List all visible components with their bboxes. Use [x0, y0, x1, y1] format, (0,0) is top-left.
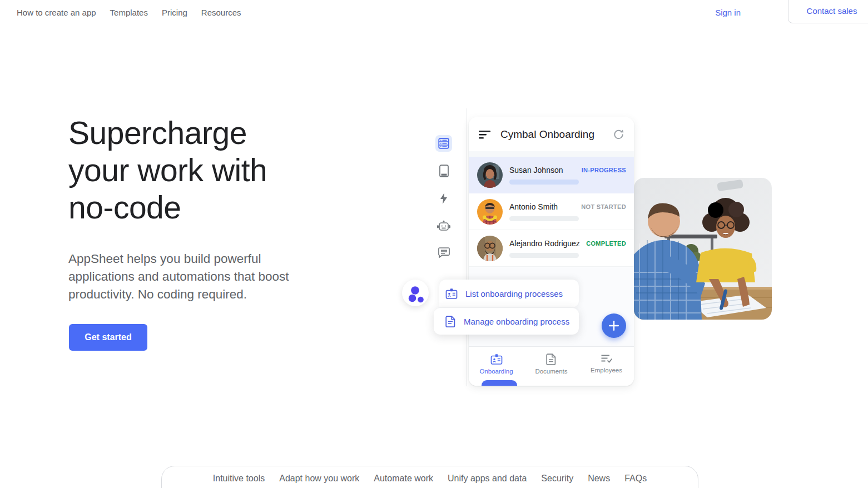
- section-nav-faqs[interactable]: FAQs: [624, 474, 647, 484]
- appsheet-landing-page: How to create an app Templates Pricing R…: [0, 0, 868, 488]
- tab-employees[interactable]: Employees: [579, 347, 634, 386]
- tab-label: Employees: [591, 367, 622, 374]
- progress-bar: [509, 216, 579, 221]
- section-navigation: Intuitive tools Adapt how you work Autom…: [161, 466, 698, 488]
- section-nav-news[interactable]: News: [588, 474, 610, 484]
- section-nav-security[interactable]: Security: [541, 474, 573, 484]
- refresh-icon[interactable]: [613, 129, 624, 140]
- employees-icon: [601, 353, 613, 364]
- tab-label: Documents: [535, 368, 567, 375]
- hero-photo: [634, 178, 772, 320]
- builder-side-toolbar: [435, 135, 452, 271]
- status-badge: IN-PROGRESS: [582, 167, 626, 173]
- header-divider-strip: [469, 151, 634, 157]
- section-nav-adapt[interactable]: Adapt how you work: [279, 474, 359, 484]
- hero-title: Supercharge your work with no-code: [68, 114, 267, 226]
- section-nav-intuitive-tools[interactable]: Intuitive tools: [213, 474, 265, 484]
- onboarding-row-alejandro[interactable]: Alejandro Rodriguez COMPLETED: [469, 230, 634, 267]
- decorative-divider-line: [467, 108, 467, 386]
- menu-item-label: Manage onboarding process: [464, 317, 569, 326]
- bot-dots-logo: [402, 280, 429, 306]
- menu-item-list-onboarding[interactable]: List onboarding processes: [439, 280, 579, 307]
- get-started-button[interactable]: Get started: [69, 324, 147, 351]
- onboarding-row-antonio[interactable]: Antonio Smith NOT STARTED: [469, 193, 634, 230]
- section-nav-unify[interactable]: Unify apps and data: [448, 474, 527, 484]
- top-nav-links: How to create an app Templates Pricing R…: [17, 0, 241, 24]
- chat-icon[interactable]: [435, 244, 452, 261]
- robot-icon[interactable]: [435, 217, 452, 234]
- section-nav-automate[interactable]: Automate work: [374, 474, 433, 484]
- menu-item-label: List onboarding processes: [465, 289, 563, 298]
- tab-label: Onboarding: [479, 368, 513, 375]
- plus-icon: [608, 320, 619, 331]
- top-navigation: How to create an app Templates Pricing R…: [0, 0, 868, 24]
- nav-link-resources[interactable]: Resources: [201, 8, 241, 17]
- badge-icon: [445, 288, 458, 300]
- nav-link-templates[interactable]: Templates: [110, 8, 148, 17]
- bottom-tab-bar: Onboarding Documents Employees: [469, 346, 634, 386]
- avatar: [477, 162, 503, 188]
- bolt-icon[interactable]: [435, 190, 452, 207]
- app-title: Cymbal Onboarding: [500, 128, 613, 141]
- person-name: Alejandro Rodriguez: [509, 239, 580, 248]
- add-button[interactable]: [602, 313, 626, 338]
- nav-link-how-to-create[interactable]: How to create an app: [17, 8, 96, 17]
- hero-description: AppSheet helps you build powerful applic…: [68, 250, 324, 303]
- tab-onboarding[interactable]: Onboarding: [469, 347, 524, 386]
- document-icon: [546, 353, 557, 365]
- contact-sales-label: Contact sales: [807, 6, 857, 16]
- person-name: Antonio Smith: [509, 202, 558, 211]
- progress-bar: [509, 253, 579, 258]
- status-badge: COMPLETED: [586, 240, 626, 247]
- status-badge: NOT STARTED: [581, 203, 626, 210]
- phone-icon[interactable]: [435, 162, 452, 179]
- app-header: Cymbal Onboarding: [469, 117, 634, 151]
- progress-bar: [509, 180, 579, 185]
- document-icon: [445, 316, 456, 327]
- avatar: [477, 199, 503, 225]
- onboarding-row-susan[interactable]: Susan Johnson IN-PROGRESS: [469, 157, 634, 193]
- avatar: [477, 236, 503, 261]
- badge-icon: [490, 353, 503, 365]
- menu-item-manage-onboarding[interactable]: Manage onboarding process: [434, 307, 579, 335]
- tab-documents[interactable]: Documents: [524, 347, 579, 386]
- nav-link-pricing[interactable]: Pricing: [162, 8, 187, 17]
- table-rows-icon[interactable]: [435, 135, 452, 152]
- person-name: Susan Johnson: [509, 166, 563, 175]
- active-tab-indicator: [482, 380, 517, 386]
- sign-in-link[interactable]: Sign in: [715, 0, 741, 24]
- sort-menu-icon[interactable]: [479, 130, 491, 139]
- app-mock-card: Cymbal Onboarding: [469, 117, 634, 386]
- contact-sales-button[interactable]: Contact sales: [788, 0, 868, 23]
